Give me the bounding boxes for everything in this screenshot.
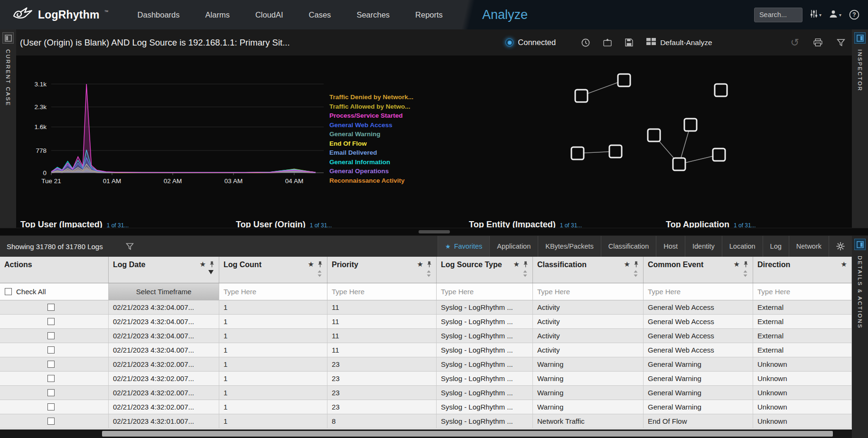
table-row[interactable]: 02/21/2023 4:32:04.007...111Syslog - Log… bbox=[0, 300, 852, 315]
legend-item-email-delivered[interactable]: Email Delivered bbox=[329, 148, 413, 158]
column-header-classification[interactable]: Classification★ bbox=[533, 257, 644, 283]
pin-board-icon[interactable] bbox=[603, 38, 612, 47]
legend-item-end-of-flow[interactable]: End Of Flow bbox=[329, 139, 413, 149]
table-row[interactable]: 02/21/2023 4:32:02.007...123Syslog - Log… bbox=[0, 372, 852, 386]
nav-item-searches[interactable]: Searches bbox=[344, 10, 402, 19]
legend-item-general-web-access[interactable]: General Web Access bbox=[329, 121, 413, 130]
nav-item-reports[interactable]: Reports bbox=[402, 10, 456, 19]
filter-icon[interactable] bbox=[837, 38, 845, 47]
brand[interactable]: LogRhythm ™ bbox=[0, 6, 125, 23]
favorite-column-icon[interactable]: ★ bbox=[624, 261, 630, 268]
favorite-column-icon[interactable]: ★ bbox=[513, 261, 520, 268]
table-row[interactable]: 02/21/2023 4:32:02.007...123Syslog - Log… bbox=[0, 400, 852, 414]
grid-tab-network[interactable]: Network bbox=[789, 236, 829, 257]
table-row[interactable]: 02/21/2023 4:32:02.007...123Syslog - Log… bbox=[0, 357, 852, 372]
legend-item-reconnaissance-activity[interactable]: Reconnaissance Activity bbox=[329, 176, 413, 186]
widget-meta[interactable]: 1 of 31... bbox=[560, 222, 582, 228]
pin-column-icon[interactable] bbox=[743, 261, 748, 268]
filter-options-menu[interactable]: ▾ bbox=[810, 9, 821, 20]
entity-relationship-graph[interactable] bbox=[562, 57, 742, 190]
column-header-direction[interactable]: Direction★ bbox=[753, 257, 852, 283]
nav-item-alarms[interactable]: Alarms bbox=[193, 10, 243, 19]
graph-node[interactable] bbox=[618, 74, 630, 86]
pin-column-icon[interactable] bbox=[317, 261, 323, 268]
graph-node[interactable] bbox=[571, 147, 584, 159]
save-layout-icon[interactable] bbox=[625, 38, 633, 47]
sort-toggle-icon[interactable] bbox=[743, 270, 747, 277]
table-row[interactable]: 02/21/2023 4:32:04.007...111Syslog - Log… bbox=[0, 343, 852, 357]
graph-node[interactable] bbox=[713, 149, 725, 161]
legend-item-general-information[interactable]: General Information bbox=[329, 158, 413, 167]
inspector-toggle-icon[interactable] bbox=[854, 32, 866, 44]
table-row[interactable]: 02/21/2023 4:32:04.007...111Syslog - Log… bbox=[0, 315, 852, 329]
filter-input-priority[interactable]: Type Here bbox=[327, 283, 437, 300]
column-header-priority[interactable]: Priority★ bbox=[327, 257, 437, 283]
legend-item-general-operations[interactable]: General Operations bbox=[329, 167, 413, 176]
search-input[interactable] bbox=[754, 8, 803, 22]
favorite-column-icon[interactable]: ★ bbox=[417, 261, 423, 268]
row-checkbox[interactable] bbox=[47, 375, 55, 382]
nav-item-analyze-active[interactable]: Analyze bbox=[477, 8, 532, 22]
splitter-handle-icon[interactable] bbox=[419, 230, 450, 233]
row-checkbox[interactable] bbox=[47, 332, 55, 339]
row-checkbox[interactable] bbox=[47, 304, 55, 311]
column-header-log-date[interactable]: Log Date★ bbox=[109, 257, 219, 283]
pin-column-icon[interactable] bbox=[523, 261, 528, 268]
grid-tab-classification[interactable]: Classification bbox=[601, 236, 656, 257]
events-over-time-chart[interactable]: 07781.6k2.3k3.1kTue 2101 AM02 AM03 AM04 … bbox=[22, 58, 330, 194]
time-range-icon[interactable] bbox=[581, 38, 590, 47]
column-header-log-source-type[interactable]: Log Source Type★ bbox=[437, 257, 533, 283]
graph-node[interactable] bbox=[648, 129, 660, 141]
details-actions-toggle-icon[interactable] bbox=[854, 239, 866, 250]
favorite-column-icon[interactable]: ★ bbox=[734, 261, 740, 268]
sort-desc-icon[interactable] bbox=[208, 270, 214, 274]
legend-item-general-warning[interactable]: General Warning bbox=[329, 130, 413, 139]
row-checkbox[interactable] bbox=[47, 361, 55, 368]
column-header-log-count[interactable]: Log Count★ bbox=[219, 257, 327, 283]
pin-column-icon[interactable] bbox=[427, 261, 432, 268]
nav-item-cases[interactable]: Cases bbox=[296, 10, 344, 19]
user-menu[interactable]: ▾ bbox=[829, 9, 841, 20]
legend-item-process-service-started[interactable]: Process/Service Started bbox=[329, 111, 413, 121]
graph-node[interactable] bbox=[673, 158, 685, 170]
panel-splitter[interactable] bbox=[0, 228, 868, 236]
sort-toggle-icon[interactable] bbox=[427, 270, 431, 277]
sort-toggle-icon[interactable] bbox=[634, 270, 638, 277]
current-case-toggle-icon[interactable] bbox=[2, 32, 14, 44]
print-icon[interactable] bbox=[813, 38, 822, 47]
horizontal-scrollbar[interactable] bbox=[0, 429, 852, 438]
table-row[interactable]: 02/21/2023 4:32:04.007...111Syslog - Log… bbox=[0, 329, 852, 343]
column-header-common-event[interactable]: Common Event★ bbox=[644, 257, 753, 283]
grid-filter-icon[interactable] bbox=[126, 242, 134, 251]
row-checkbox[interactable] bbox=[47, 318, 55, 325]
grid-tab-host[interactable]: Host bbox=[656, 236, 685, 257]
legend-item-traffic-denied-by-network[interactable]: Traffic Denied by Network... bbox=[329, 93, 413, 102]
layout-selector[interactable]: Default-Analyze bbox=[646, 38, 712, 47]
sort-toggle-icon[interactable] bbox=[317, 270, 322, 277]
nav-item-dashboards[interactable]: Dashboards bbox=[125, 10, 193, 19]
widget-meta[interactable]: 1 of 31... bbox=[734, 222, 756, 228]
favorite-column-icon[interactable]: ★ bbox=[200, 261, 206, 268]
pin-column-icon[interactable] bbox=[209, 261, 215, 268]
column-header-actions[interactable]: Actions bbox=[0, 257, 109, 283]
filter-input-log-count[interactable]: Type Here bbox=[219, 283, 327, 300]
grid-tab-location[interactable]: Location bbox=[722, 236, 763, 257]
widget-meta[interactable]: 1 of 31... bbox=[107, 222, 129, 228]
filter-input-common-event[interactable]: Type Here bbox=[644, 283, 753, 300]
row-checkbox[interactable] bbox=[47, 389, 55, 396]
favorite-column-icon[interactable]: ★ bbox=[841, 261, 847, 268]
undo-icon[interactable]: ↺ bbox=[791, 37, 799, 48]
filter-input-log-source-type[interactable]: Type Here bbox=[437, 283, 533, 300]
help-icon[interactable]: ? bbox=[849, 9, 859, 20]
graph-node[interactable] bbox=[609, 145, 622, 158]
table-row[interactable]: 02/21/2023 4:32:01.007...18Syslog - LogR… bbox=[0, 414, 852, 429]
grid-tab-application[interactable]: Application bbox=[489, 236, 538, 257]
row-checkbox[interactable] bbox=[47, 418, 55, 425]
legend-item-traffic-allowed-by-netwo[interactable]: Traffic Allowed by Netwo... bbox=[329, 102, 413, 112]
select-timeframe-button[interactable]: Select Timeframe bbox=[109, 283, 219, 300]
nav-item-cloudai[interactable]: CloudAI bbox=[243, 10, 296, 19]
widget-meta[interactable]: 1 of 31... bbox=[310, 222, 332, 228]
filter-input-classification[interactable]: Type Here bbox=[533, 283, 644, 300]
row-checkbox[interactable] bbox=[47, 346, 55, 354]
sort-toggle-icon[interactable] bbox=[523, 270, 527, 277]
